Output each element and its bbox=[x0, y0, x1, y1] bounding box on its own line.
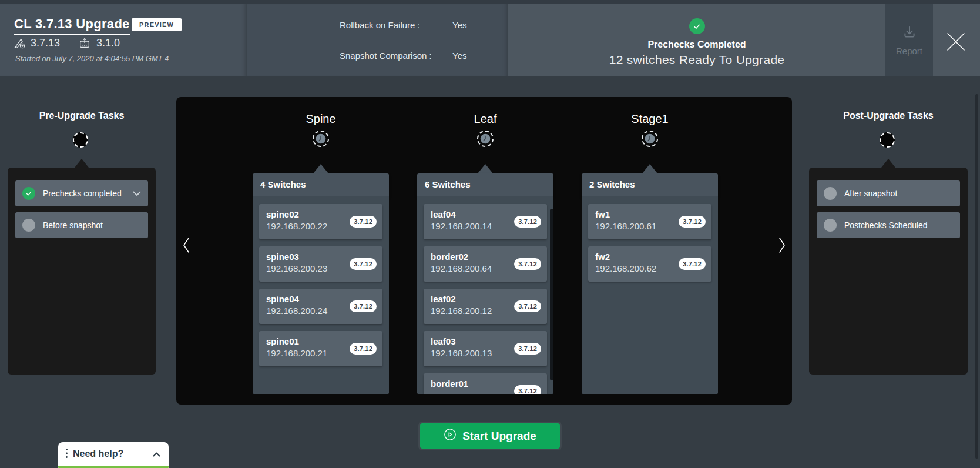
switch-card[interactable]: spine01 192.168.200.21 3.7.12 bbox=[259, 331, 382, 366]
switch-card[interactable]: leaf03 192.168.200.13 3.7.12 bbox=[424, 331, 547, 366]
pre-upgrade-title: Pre-Upgrade Tasks bbox=[8, 111, 155, 121]
header-report-section: Report bbox=[885, 4, 933, 76]
switch-card[interactable]: leaf02 192.168.200.12 3.7.12 bbox=[424, 289, 547, 324]
netq-version-value: 3.1.0 bbox=[96, 37, 120, 49]
stage-column-body: leaf04 192.168.200.14 3.7.12 border02 19… bbox=[417, 196, 553, 394]
leaf-column-caret bbox=[478, 164, 493, 173]
version-summary: 3.7.13 3.1.0 bbox=[13, 36, 120, 49]
switch-card[interactable]: border01 3.7.12 bbox=[424, 373, 547, 394]
task-done-check-icon bbox=[22, 187, 35, 200]
need-help-accent-bar bbox=[58, 466, 169, 468]
pre-upgrade-task-card: Prechecks completed Before snapshot bbox=[8, 168, 156, 375]
task-row-prechecks-completed[interactable]: Prechecks completed bbox=[15, 180, 148, 206]
switch-version-badge: 3.7.12 bbox=[350, 300, 377, 312]
check-circle-icon bbox=[689, 18, 705, 34]
stage-column-body: spine02 192.168.200.22 3.7.12 spine03 19… bbox=[253, 196, 389, 394]
stage-label-leaf: Leaf bbox=[417, 112, 553, 126]
task-pending-dot bbox=[22, 219, 35, 232]
need-help-button[interactable]: Need help? bbox=[58, 442, 169, 468]
stage-label-spine: Spine bbox=[253, 112, 389, 126]
chevron-up-icon bbox=[153, 450, 160, 459]
previous-stage-button[interactable] bbox=[177, 234, 195, 258]
header-bar: CL 3.7.13 Upgrade PREVIEW 3.7.13 bbox=[0, 0, 980, 76]
option-row: Rollback on Failure : Yes bbox=[340, 20, 420, 30]
play-circle-icon bbox=[444, 428, 457, 444]
header-job-info-section: CL 3.7.13 Upgrade PREVIEW 3.7.13 bbox=[0, 4, 247, 76]
switch-version-badge: 3.7.12 bbox=[350, 343, 377, 355]
switch-version-badge: 3.7.12 bbox=[679, 216, 706, 228]
post-upgrade-caret bbox=[881, 159, 895, 168]
start-timestamp: Started on July 7, 2020 at 4:04:55 PM GM… bbox=[15, 54, 169, 63]
prechecks-status: Prechecks Completed 12 switches Ready To… bbox=[508, 4, 885, 67]
stage-label-stage1: Stage1 bbox=[582, 112, 718, 126]
switch-card[interactable]: spine03 192.168.200.23 3.7.12 bbox=[259, 246, 382, 282]
header-status-section: Prechecks Completed 12 switches Ready To… bbox=[508, 4, 885, 76]
task-row-after-snapshot[interactable]: After snapshot bbox=[817, 180, 960, 206]
task-label: Before snapshot bbox=[43, 220, 141, 230]
report-label: Report bbox=[896, 46, 922, 56]
option-label: Rollback on Failure : bbox=[340, 20, 420, 30]
upgrade-wizard-screen: CL 3.7.13 Upgrade PREVIEW 3.7.13 bbox=[0, 0, 980, 468]
chevron-left-icon bbox=[182, 247, 191, 256]
status-subtitle: 12 switches Ready To Upgrade bbox=[508, 53, 885, 67]
upgrade-stages-panel: Spine Leaf Stage1 4 Switches spine02 bbox=[176, 97, 792, 405]
switch-card[interactable]: leaf04 192.168.200.14 3.7.12 bbox=[424, 204, 547, 239]
switch-card[interactable]: spine02 192.168.200.22 3.7.12 bbox=[259, 204, 382, 239]
stage-column-header: 2 Switches bbox=[582, 173, 718, 196]
task-label: After snapshot bbox=[844, 189, 953, 198]
switch-version-badge: 3.7.12 bbox=[350, 216, 377, 228]
stage-column-header: 4 Switches bbox=[253, 173, 389, 196]
pre-upgrade-caret bbox=[75, 159, 89, 168]
switch-version-badge: 3.7.12 bbox=[514, 343, 541, 355]
download-icon bbox=[901, 24, 918, 42]
pre-upgrade-stage-node bbox=[73, 132, 88, 148]
stage-column-spine: 4 Switches spine02 192.168.200.22 3.7.12… bbox=[253, 173, 389, 394]
switch-version-badge: 3.7.12 bbox=[679, 258, 706, 270]
status-title: Prechecks Completed bbox=[508, 39, 885, 50]
close-icon bbox=[945, 45, 966, 54]
chevron-right-icon bbox=[777, 247, 787, 256]
spine-column-caret bbox=[313, 164, 328, 173]
task-row-postchecks-scheduled[interactable]: Postchecks Scheduled bbox=[817, 212, 960, 238]
post-upgrade-title: Post-Upgrade Tasks bbox=[809, 111, 968, 121]
task-label: Prechecks completed bbox=[43, 189, 125, 198]
next-stage-button[interactable] bbox=[773, 234, 791, 258]
option-value: Yes bbox=[452, 51, 466, 61]
preview-button[interactable]: PREVIEW bbox=[132, 18, 182, 31]
post-upgrade-task-card: After snapshot Postchecks Scheduled bbox=[809, 168, 968, 375]
switch-version-badge: 3.7.12 bbox=[514, 300, 541, 312]
close-button[interactable] bbox=[944, 31, 968, 54]
page-title: CL 3.7.13 Upgrade bbox=[14, 16, 130, 35]
stage1-column-caret bbox=[642, 164, 657, 173]
header-options-section: Rollback on Failure : Yes Snapshot Compa… bbox=[247, 4, 508, 76]
switch-card[interactable]: spine04 192.168.200.24 3.7.12 bbox=[259, 289, 382, 324]
stage-column-stage1: 2 Switches fw1 192.168.200.61 3.7.12 fw2… bbox=[582, 173, 718, 394]
chevron-down-icon bbox=[133, 188, 141, 199]
stage-column-header: 6 Switches bbox=[417, 173, 553, 196]
option-value: Yes bbox=[452, 20, 466, 30]
netq-box-icon bbox=[78, 36, 92, 49]
leaf-column-scrollbar[interactable] bbox=[550, 209, 553, 380]
post-upgrade-stage-node bbox=[880, 132, 895, 148]
option-label: Snapshot Comparison : bbox=[340, 51, 432, 61]
cl-rocket-icon bbox=[13, 36, 26, 49]
stage-column-leaf: 6 Switches leaf04 192.168.200.14 3.7.12 … bbox=[417, 173, 553, 394]
switch-card[interactable]: border02 192.168.200.64 3.7.12 bbox=[424, 246, 547, 282]
switch-card[interactable]: fw2 192.168.200.62 3.7.12 bbox=[588, 246, 711, 282]
switch-version-badge: 3.7.12 bbox=[514, 385, 541, 394]
switch-version-badge: 3.7.12 bbox=[350, 258, 377, 270]
start-upgrade-label: Start Upgrade bbox=[462, 430, 536, 443]
main-content: Pre-Upgrade Tasks Prechecks completed bbox=[0, 76, 980, 468]
switch-card[interactable]: fw1 192.168.200.61 3.7.12 bbox=[588, 204, 711, 239]
header-close-section bbox=[933, 4, 980, 76]
report-button[interactable]: Report bbox=[885, 4, 933, 76]
option-row: Snapshot Comparison : Yes bbox=[340, 51, 432, 61]
task-pending-dot bbox=[824, 219, 837, 232]
stage-clock-icon bbox=[642, 131, 658, 147]
task-row-before-snapshot[interactable]: Before snapshot bbox=[15, 212, 148, 238]
start-upgrade-button[interactable]: Start Upgrade bbox=[420, 423, 560, 449]
task-pending-dot bbox=[824, 187, 837, 200]
stage-clock-icon bbox=[477, 131, 494, 147]
page-scrollbar[interactable] bbox=[975, 94, 978, 459]
switch-version-badge: 3.7.12 bbox=[514, 258, 541, 270]
